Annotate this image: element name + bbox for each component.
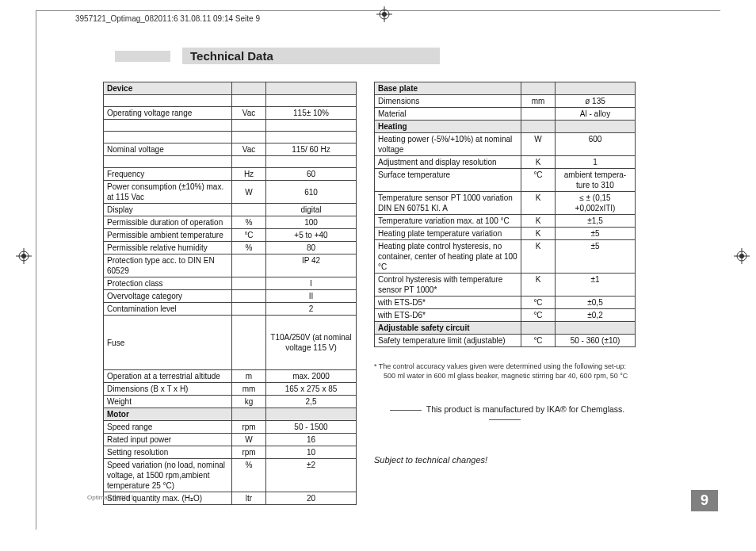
spec-table-right: Base plate Dimensionsmmø 135 MaterialAl …	[374, 82, 636, 347]
registration-mark-icon	[734, 248, 750, 264]
spec-table-left: Device Operating voltage rangeVac115± 10…	[103, 82, 357, 505]
footnote: * The control accuracy values given were…	[374, 362, 636, 381]
right-column: Base plate Dimensionsmmø 135 MaterialAl …	[374, 82, 636, 505]
section-header: Device	[104, 82, 232, 95]
page-number: 9	[691, 490, 718, 511]
section-header: Base plate	[375, 82, 521, 95]
page-content: Technical Data Device Operating voltage …	[75, 48, 719, 505]
title-accent	[115, 51, 170, 62]
registration-mark-icon	[16, 248, 32, 264]
subject-to-changes: Subject to technical changes!	[374, 455, 636, 465]
footnote-line: 500 ml water in 600 ml glass beaker, mag…	[374, 371, 636, 381]
rule-icon	[390, 410, 422, 411]
crop-mark	[36, 35, 36, 530]
title-bar: Technical Data	[115, 48, 719, 64]
imposition-header: 3957121_Optimag_082011:6 31.08.11 09:14 …	[75, 14, 260, 23]
footnote-line: * The control accuracy values given were…	[374, 362, 626, 370]
section-header: Heating	[375, 121, 521, 133]
page-title: Technical Data	[182, 48, 440, 64]
spec-label: Operating voltage range	[104, 107, 232, 120]
section-header: Motor	[104, 408, 232, 421]
crop-mark	[36, 10, 60, 35]
rule-icon	[489, 419, 521, 420]
section-header: Adjustable safety circuit	[375, 322, 521, 335]
left-column: Device Operating voltage rangeVac115± 10…	[103, 82, 357, 505]
registration-mark-icon	[376, 6, 392, 22]
manufacturer-text: This product is manufactured by IKA® for…	[426, 404, 625, 414]
folio: Optimag 082011	[87, 494, 134, 501]
manufacturer-note: This product is manufactured by IKA® for…	[374, 404, 636, 423]
